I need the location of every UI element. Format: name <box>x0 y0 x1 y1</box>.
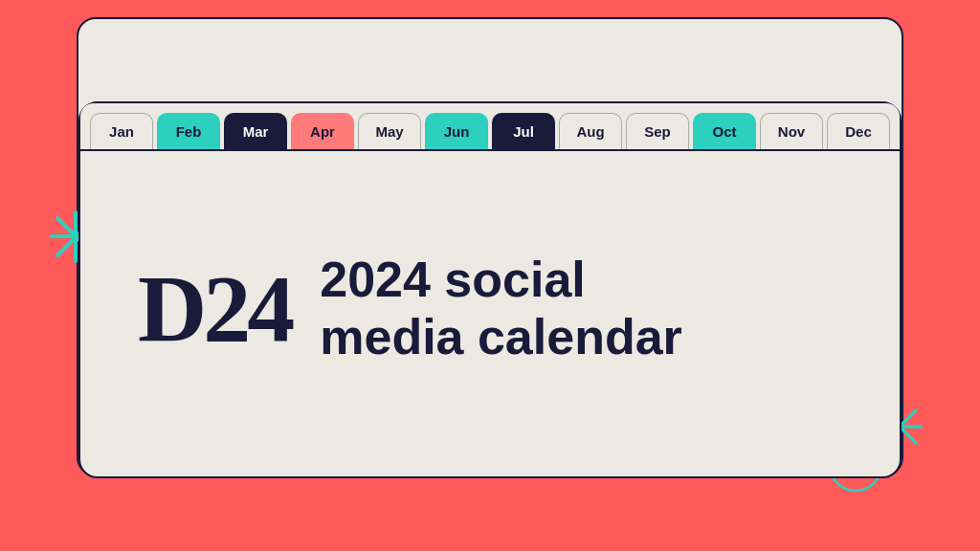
month-tab-mar[interactable]: Mar <box>224 113 287 149</box>
month-tab-dec[interactable]: Dec <box>827 113 890 149</box>
month-tab-apr[interactable]: Apr <box>291 113 354 149</box>
calendar-title: 2024 social media calendar <box>320 252 682 366</box>
months-navigation: JanFebMarAprMayJunJulAugSepOctNovDec <box>80 103 900 151</box>
main-card: JanFebMarAprMayJunJulAugSepOctNovDec D24… <box>78 101 902 478</box>
month-tab-feb[interactable]: Feb <box>157 113 220 149</box>
month-tab-jun[interactable]: Jun <box>425 113 488 149</box>
month-tab-may[interactable]: May <box>358 113 421 149</box>
month-tab-aug[interactable]: Aug <box>559 113 622 149</box>
headline-line1: 2024 social <box>320 252 586 307</box>
month-tab-jan[interactable]: Jan <box>90 113 153 149</box>
month-tab-oct[interactable]: Oct <box>693 113 756 149</box>
month-tab-sep[interactable]: Sep <box>626 113 689 149</box>
brand-logo: D24 <box>138 261 291 357</box>
headline-line2: media calendar <box>320 309 682 364</box>
card-body: D24 2024 social media calendar <box>80 151 900 476</box>
month-tab-jul[interactable]: Jul <box>492 113 555 149</box>
month-tab-nov[interactable]: Nov <box>760 113 823 149</box>
